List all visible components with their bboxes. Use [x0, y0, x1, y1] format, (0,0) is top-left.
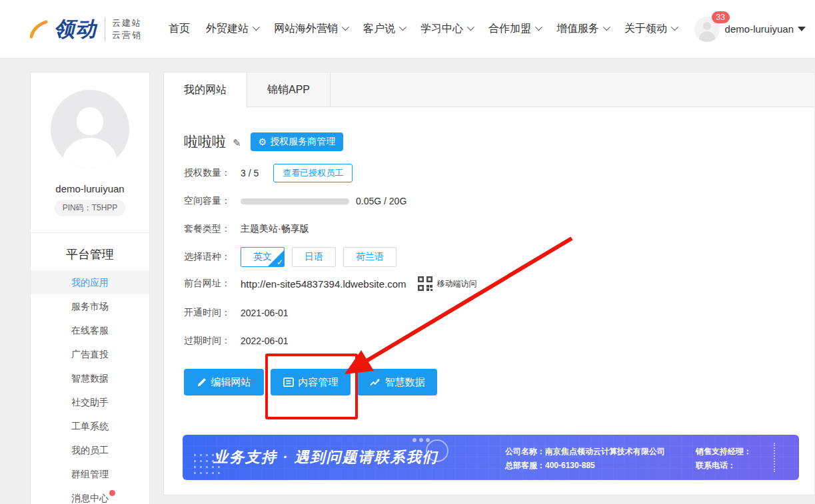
- plan-value: 主题美站·畅享版: [241, 223, 309, 235]
- content-manage-button[interactable]: 内容管理: [271, 369, 351, 395]
- nav-item-about[interactable]: 关于领动: [624, 22, 676, 36]
- action-buttons: 编辑网站 内容管理 智慧数据: [184, 369, 437, 395]
- pin-code-badge: PIN码：T5HPP: [55, 200, 126, 216]
- sidebar-item-my-staff[interactable]: 我的员工: [31, 438, 149, 462]
- site-url-row: 前台网址： http://en-site54837394.ldwebsite.c…: [184, 275, 477, 292]
- tab-bar: 我的网站 锦销APP: [164, 73, 814, 107]
- banner-company-info: 公司名称：南京焦点领动云计算技术有限公司 总部客服：400-6130-885: [505, 445, 665, 473]
- sidebar-item-service-market[interactable]: 服务市场: [31, 294, 149, 318]
- sidebar-item-message-center[interactable]: 消息中心: [31, 486, 149, 504]
- site-url-label: 前台网址：: [184, 278, 241, 290]
- nav-item-learning-center[interactable]: 学习中心: [420, 22, 472, 36]
- language-row: 选择语种： 英文 ✓ 日语 荷兰语: [184, 247, 404, 267]
- expire-date-value: 2022-06-01: [241, 336, 289, 346]
- language-button-english[interactable]: 英文 ✓: [241, 247, 285, 267]
- main-panel: 我的网站 锦销APP 啦啦啦 ✎ ⚙ 授权服务商管理 授权数量： 3 / 5 查…: [163, 72, 815, 495]
- sidebar-item-ticket-system[interactable]: 工单系统: [31, 414, 149, 438]
- sidebar-item-ad-placement[interactable]: 广告直投: [31, 342, 149, 366]
- chevron-down-icon: [603, 23, 610, 30]
- tab-jinxiao-app[interactable]: 锦销APP: [247, 73, 331, 107]
- site-title-row: 啦啦啦 ✎ ⚙ 授权服务商管理: [184, 132, 343, 151]
- username: demo-luruiyuan: [725, 23, 794, 35]
- language-button-japanese[interactable]: 日语: [292, 247, 336, 267]
- auth-count-row: 授权数量： 3 / 5 查看已授权员工: [184, 164, 353, 182]
- nav-item-value-added-services[interactable]: 增值服务: [556, 22, 608, 36]
- chevron-down-icon: [467, 23, 474, 30]
- profile-name: demo-luruiyuan: [31, 183, 149, 194]
- chevron-down-icon: [535, 23, 542, 30]
- expire-date-row: 过期时间： 2022-06-01: [184, 332, 289, 350]
- support-banner: 业务支持 · 遇到问题请联系我们 公司名称：南京焦点领动云计算技术有限公司 总部…: [183, 435, 799, 480]
- capacity-value: 0.05G / 20G: [356, 196, 407, 206]
- avatar: [51, 90, 129, 168]
- gear-icon: ⚙: [259, 136, 267, 147]
- top-navbar: 领动 云建站 云营销 首页 外贸建站 网站海外营销 客户说 学习中心 合作加盟 …: [0, 0, 815, 59]
- chevron-down-icon: [253, 23, 260, 30]
- sidebar-item-my-apps[interactable]: 我的应用: [31, 270, 149, 294]
- nav-item-overseas-marketing[interactable]: 网站海外营销: [274, 22, 347, 36]
- authorized-provider-button[interactable]: ⚙ 授权服务商管理: [251, 132, 344, 151]
- banner-divider-dotted: [774, 443, 775, 472]
- site-url-value[interactable]: http://en-site54837394.ldwebsite.com: [241, 278, 407, 290]
- sidebar-item-social-assistant[interactable]: 社交助手: [31, 390, 149, 414]
- chevron-down-icon: [342, 23, 349, 30]
- logo-swoosh-icon: [30, 19, 53, 39]
- company-name-line: 公司名称：南京焦点领动云计算技术有限公司: [505, 445, 665, 459]
- main-nav: 首页 外贸建站 网站海外营销 客户说 学习中心 合作加盟 增值服务 关于领动: [169, 22, 676, 36]
- brand-name: 领动: [54, 15, 97, 43]
- notification-badge: 33: [712, 11, 730, 23]
- contact-phone-line: 联系电话：: [696, 459, 752, 473]
- chevron-down-icon: [399, 23, 407, 30]
- plan-row: 套餐类型： 主题美站·畅享版: [184, 220, 309, 238]
- language-label: 选择语种：: [184, 251, 241, 263]
- unread-dot-badge: [109, 490, 115, 496]
- brand-logo[interactable]: 领动 云建站 云营销: [30, 15, 157, 43]
- brand-tagline: 云建站 云营销: [112, 17, 142, 41]
- view-authorized-staff-button[interactable]: 查看已授权员工: [273, 164, 353, 182]
- trend-icon: [370, 378, 381, 387]
- sidebar-item-online-support[interactable]: 在线客服: [31, 318, 149, 342]
- qr-code-icon: [417, 276, 433, 292]
- mobile-access-label: 移动端访问: [437, 278, 477, 290]
- capacity-row: 空间容量： 0.05G / 20G: [184, 192, 407, 210]
- banner-contact-info: 销售支持经理： 联系电话：: [696, 445, 752, 473]
- chevron-down-icon: [671, 23, 678, 30]
- sales-manager-line: 销售支持经理：: [696, 445, 752, 459]
- sidebar-menu: 我的应用 服务市场 在线客服 广告直投 智慧数据 社交助手 工单系统 我的员工 …: [31, 270, 149, 504]
- content-manage-icon: [283, 378, 294, 387]
- auth-count-value: 3 / 5: [241, 168, 259, 178]
- profile-card: demo-luruiyuan PIN码：T5HPP: [31, 73, 149, 233]
- edit-website-button[interactable]: 编辑网站: [184, 369, 264, 395]
- edit-site-name-icon[interactable]: ✎: [233, 137, 241, 149]
- capacity-label: 空间容量：: [184, 195, 241, 207]
- sidebar-item-group-management[interactable]: 群组管理: [31, 462, 149, 486]
- expire-date-label: 过期时间：: [184, 335, 241, 347]
- user-menu[interactable]: 33 demo-luruiyuan: [694, 17, 806, 42]
- caret-down-icon: [798, 27, 806, 31]
- banner-title: 业务支持 · 遇到问题请联系我们: [213, 447, 438, 467]
- site-name: 啦啦啦: [184, 132, 226, 151]
- pencil-icon: [197, 378, 207, 387]
- open-date-label: 开通时间：: [184, 307, 241, 319]
- service-phone-line: 总部客服：400-6130-885: [505, 459, 665, 473]
- nav-item-customer-voice[interactable]: 客户说: [363, 22, 405, 36]
- nav-item-partnership[interactable]: 合作加盟: [488, 22, 540, 36]
- mobile-access[interactable]: 移动端访问: [417, 276, 477, 292]
- auth-count-label: 授权数量：: [184, 167, 241, 179]
- nav-item-foreign-trade-site[interactable]: 外贸建站: [206, 22, 258, 36]
- open-date-value: 2021-06-01: [241, 308, 289, 318]
- sidebar-item-smart-data[interactable]: 智慧数据: [31, 366, 149, 390]
- plan-label: 套餐类型：: [184, 223, 241, 235]
- logo-divider: [105, 17, 105, 41]
- sidebar-section-title: 平台管理: [31, 233, 149, 270]
- capacity-progress-bar: [241, 198, 349, 204]
- tab-my-website[interactable]: 我的网站: [164, 73, 247, 108]
- smart-data-button[interactable]: 智慧数据: [357, 369, 437, 395]
- sidebar: demo-luruiyuan PIN码：T5HPP 平台管理 我的应用 服务市场…: [30, 72, 150, 504]
- open-date-row: 开通时间： 2021-06-01: [184, 304, 289, 322]
- nav-item-home[interactable]: 首页: [169, 22, 190, 36]
- language-button-dutch[interactable]: 荷兰语: [343, 247, 397, 267]
- check-icon: ✓: [277, 258, 283, 267]
